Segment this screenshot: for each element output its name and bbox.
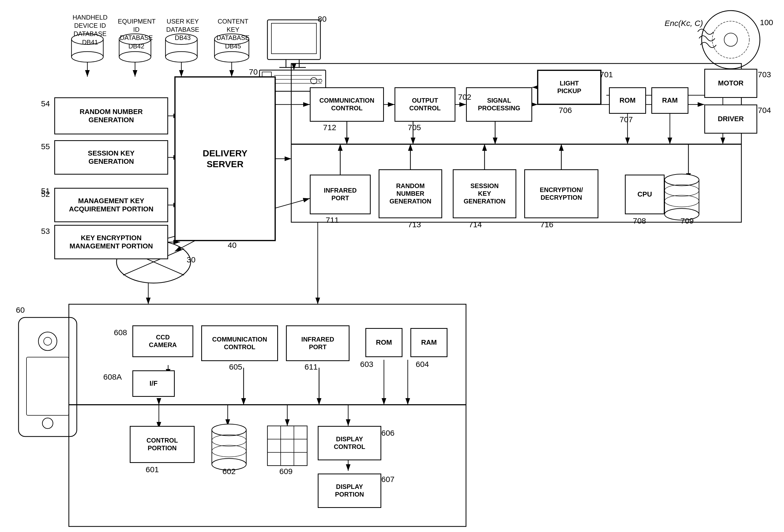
svg-point-96 xyxy=(43,418,53,428)
label-80: 80 xyxy=(318,14,327,24)
light-pickup-box: LIGHTPICKUP xyxy=(537,70,601,105)
encryption-decryption-box: ENCRYPTION/DECRYPTION xyxy=(524,169,598,218)
svg-rect-92 xyxy=(19,318,77,437)
svg-point-23 xyxy=(215,52,249,62)
diagram-container: HANDHELD DEVICE ID DATABASE DB41 EQUIPME… xyxy=(0,0,784,532)
label-709: 709 xyxy=(680,216,694,226)
label-604: 604 xyxy=(416,360,429,369)
motor-box: MOTOR xyxy=(704,69,757,98)
session-key-top: SESSIONKEYGENERATION xyxy=(453,169,516,218)
svg-point-43 xyxy=(712,21,749,58)
control-portion-box: CONTROLPORTION xyxy=(130,426,195,463)
label-701: 701 xyxy=(600,70,613,79)
svg-point-110 xyxy=(212,424,246,436)
svg-point-41 xyxy=(702,10,760,69)
communication-control-top: COMMUNICATIONCONTROL xyxy=(310,87,384,122)
display-portion-box: DISPLAYPORTION xyxy=(318,474,381,508)
management-key-box: MANAGEMENT KEYACQUIREMENT PORTION xyxy=(54,188,168,222)
label-707: 707 xyxy=(620,115,633,124)
label-100: 100 xyxy=(760,18,773,27)
driver-box: DRIVER xyxy=(704,105,757,134)
svg-rect-95 xyxy=(26,357,69,415)
label-708: 708 xyxy=(633,216,646,226)
comm-control-bottom: COMMUNICATIONCONTROL xyxy=(201,325,278,361)
delivery-server-box: DELIVERYSERVER xyxy=(175,77,275,241)
infrared-port-bottom: INFRAREDPORT xyxy=(286,325,349,361)
label-703: 703 xyxy=(758,70,771,79)
svg-point-38 xyxy=(311,78,317,84)
label-603: 603 xyxy=(360,360,373,369)
session-key-generation-left: SESSION KEYGENERATION xyxy=(54,140,168,175)
signal-processing-box: SIGNALPROCESSING xyxy=(466,87,532,122)
label-702: 702 xyxy=(458,93,471,101)
label-608: 608 xyxy=(114,328,127,337)
random-number-gen-top: RANDOMNUMBERGENERATION xyxy=(379,169,442,218)
svg-point-19 xyxy=(166,52,197,62)
svg-rect-28 xyxy=(268,20,320,60)
svg-point-15 xyxy=(119,52,151,62)
svg-point-11 xyxy=(72,52,103,62)
random-number-generation-box: RANDOM NUMBER GENERATION xyxy=(54,97,168,135)
output-control-box: OUTPUTCONTROL xyxy=(394,87,455,122)
ram-bottom-box: RAM xyxy=(411,328,447,357)
label-53: 53 xyxy=(41,227,50,236)
svg-rect-29 xyxy=(271,23,316,54)
svg-point-42 xyxy=(724,33,737,46)
label-601: 601 xyxy=(146,465,159,474)
diagram-svg xyxy=(0,0,784,532)
display-control-box: DISPLAYCONTROL xyxy=(318,426,381,460)
label-605: 605 xyxy=(229,362,242,372)
label-602: 602 xyxy=(222,467,236,476)
cpu-box: CPU xyxy=(625,175,665,214)
db43-label: USER KEY DATABASE DB43 xyxy=(164,17,201,42)
label-611: 611 xyxy=(305,362,318,372)
label-706: 706 xyxy=(559,106,572,115)
if-box: I/F xyxy=(132,371,175,397)
svg-point-114 xyxy=(212,435,246,446)
label-713: 713 xyxy=(408,220,421,229)
label-607: 607 xyxy=(381,475,394,484)
svg-rect-116 xyxy=(268,426,307,466)
ram-top-box: RAM xyxy=(651,87,689,114)
label-606: 606 xyxy=(381,428,394,438)
enc-label: Enc(Kc, C) xyxy=(665,18,703,28)
label-54: 54 xyxy=(41,99,50,108)
svg-point-115 xyxy=(212,445,246,457)
rom-top-box: ROM xyxy=(609,87,646,114)
svg-point-39 xyxy=(319,79,322,82)
rom-bottom-box: ROM xyxy=(365,328,402,357)
label-55: 55 xyxy=(41,142,50,151)
ccd-camera-box: CCDCAMERA xyxy=(132,325,193,357)
label-40: 40 xyxy=(228,241,236,250)
label-51: 51 xyxy=(41,186,50,196)
label-714: 714 xyxy=(469,220,482,229)
key-encryption-box: KEY ENCRYPTIONMANAGEMENT PORTION xyxy=(54,225,168,259)
label-711: 711 xyxy=(326,216,339,225)
label-608a: 608A xyxy=(103,373,122,382)
label-705: 705 xyxy=(408,123,421,132)
svg-point-93 xyxy=(38,332,57,351)
infrared-port-top: INFRAREDPORT xyxy=(310,175,371,214)
svg-point-94 xyxy=(44,337,52,345)
label-609: 609 xyxy=(279,467,292,476)
db41-label: HANDHELD DEVICE ID DATABASE DB41 xyxy=(72,13,109,46)
label-70: 70 xyxy=(249,67,258,77)
label-60: 60 xyxy=(16,305,25,315)
svg-point-90 xyxy=(665,195,699,207)
label-716: 716 xyxy=(540,220,553,229)
svg-point-89 xyxy=(665,185,699,196)
label-704: 704 xyxy=(758,106,771,115)
label-712: 712 xyxy=(323,123,336,132)
db45-label: CONTENT KEY DATABASE DB45 xyxy=(212,17,254,50)
db42-label: EQUIPMENT ID DATABASE DB42 xyxy=(118,17,155,50)
label-30: 30 xyxy=(187,255,195,264)
svg-point-85 xyxy=(665,174,699,186)
